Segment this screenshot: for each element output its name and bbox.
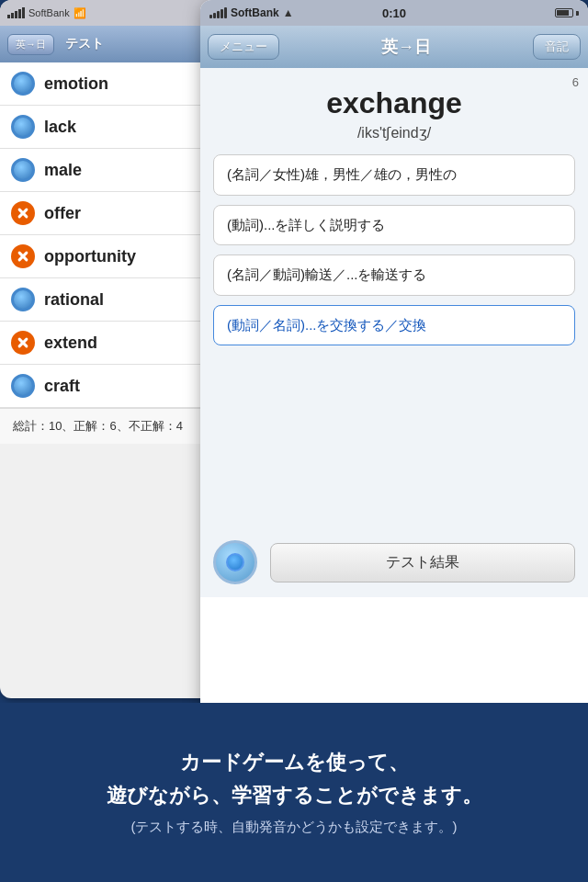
incorrect-icon [11, 331, 35, 355]
audio-button[interactable]: 音記 [533, 34, 581, 60]
signal-bars-icon [209, 7, 227, 18]
word-heading: exchange [213, 86, 575, 120]
background: SoftBank 📶 0:1 英→日 テスト emotion lack male [0, 0, 588, 882]
page-number: 6 [572, 75, 579, 89]
back-wifi-icon: 📶 [74, 7, 86, 19]
audio-radio-button[interactable] [213, 540, 257, 584]
bottom-line-3: (テストする時、自動発音かどうかも設定できます。) [131, 819, 458, 836]
word-text: offer [44, 204, 81, 223]
correct-icon [11, 158, 35, 182]
correct-icon [11, 374, 35, 398]
word-text: opportunity [44, 247, 136, 266]
definition-box-3[interactable]: (動詞／名詞)...を交換する／交換 [213, 305, 575, 346]
result-button[interactable]: テスト結果 [270, 543, 575, 582]
dict-bottom: テスト結果 [200, 527, 588, 597]
radio-inner [226, 553, 244, 571]
menu-button[interactable]: メニュー [208, 34, 279, 60]
dict-content: exchange /iks'tʃeindʒ/ (名詞／女性)雄，男性／雄の，男性… [200, 68, 588, 527]
battery-fill [557, 10, 569, 16]
incorrect-icon [11, 201, 35, 225]
summary-text: 総計：10、正解：6、不正解：4 [13, 419, 183, 433]
battery-icon [555, 8, 573, 17]
nav-title: 英→日 [381, 36, 431, 58]
definition-box-0[interactable]: (名詞／女性)雄，男性／雄の，男性の [213, 154, 575, 196]
back-nav-label: 英→日 [7, 34, 54, 55]
word-text: craft [44, 377, 80, 396]
word-text: extend [44, 334, 97, 353]
word-text: rational [44, 290, 104, 310]
incorrect-icon [11, 244, 35, 268]
definition-box-2[interactable]: (名詞／動詞)輸送／...を輸送する [213, 254, 575, 296]
definition-box-1[interactable]: (動詞)...を詳しく説明する [213, 205, 575, 246]
status-right [555, 8, 579, 17]
time-label: 0:10 [382, 6, 406, 20]
battery-tip [576, 11, 579, 16]
front-card: SoftBank ▲ 0:10 メニュー 英→日 音記 6 exchange /… [200, 0, 588, 717]
carrier-label: SoftBank [231, 6, 279, 19]
bottom-text-area: カードゲームを使って、 遊びながら、学習することができます。 (テストする時、自… [0, 703, 588, 882]
correct-icon [11, 115, 35, 139]
word-text: male [44, 161, 82, 180]
status-bar: SoftBank ▲ 0:10 [200, 0, 588, 26]
status-left: SoftBank ▲ [209, 6, 294, 19]
nav-bar: メニュー 英→日 音記 [200, 26, 588, 68]
word-text: emotion [44, 74, 108, 94]
correct-icon [11, 72, 35, 96]
signal-bars-icon [7, 7, 25, 18]
word-text: lack [44, 118, 76, 137]
back-carrier: SoftBank [28, 7, 70, 18]
bottom-line-2: 遊びながら、学習することができます。 [107, 782, 482, 809]
correct-icon [11, 288, 35, 311]
back-test-label: テスト [65, 36, 104, 52]
bottom-line-1: カードゲームを使って、 [180, 749, 409, 776]
pronunciation: /iks'tʃeindʒ/ [213, 124, 575, 141]
back-status-left: SoftBank 📶 [7, 7, 86, 19]
wifi-icon: ▲ [283, 6, 294, 19]
